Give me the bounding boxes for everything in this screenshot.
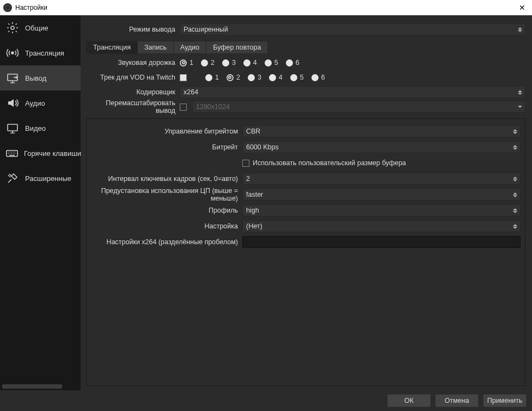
vod-track-label: Трек для VOD на Twitch [86,74,180,81]
sidebar-item-label: Аудио [25,99,45,107]
custom-buffer-checkbox[interactable] [242,160,249,167]
sidebar-item-label: Общие [25,24,48,32]
sidebar-item-label: Трансляция [25,49,64,57]
keyint-label: Интервал ключевых кадров (сек, 0=авто) [91,175,242,183]
monitor-arrow-icon [5,71,20,85]
sidebar-item-advanced[interactable]: Расширенные [0,166,81,191]
tab-audio[interactable]: Аудио [174,41,206,54]
sidebar-scrollbar[interactable] [0,383,81,390]
close-icon[interactable]: ✕ [516,3,529,12]
titlebar: Настройки ✕ [0,0,532,15]
window-title: Настройки [15,4,47,11]
tune-label: Настройка [91,222,242,230]
preset-label: Предустановка использования ЦП (выше = м… [91,187,242,202]
ok-button[interactable]: ОК [387,394,431,407]
audio-track-radio-3[interactable] [222,59,229,67]
profile-select[interactable]: high [242,204,521,216]
svg-point-0 [11,26,14,29]
output-tabs: Трансляция Запись Аудио Буфер повтора [86,41,525,54]
encoder-select[interactable]: x264 [180,86,525,98]
bitrate-label: Битрейт [91,143,242,151]
custom-buffer-label: Использовать пользовательский размер буф… [253,159,406,167]
rescale-label: Перемасштабировать вывод [86,99,180,114]
rate-control-label: Управление битрейтом [91,128,242,135]
encoder-label: Кодировщик [86,88,180,96]
gear-icon [5,21,20,35]
content: Режим вывода Расширенный Трансляция Запи… [81,15,532,390]
audio-track-radio-5[interactable] [265,59,272,67]
sidebar-item-output[interactable]: Вывод [0,65,81,90]
tab-streaming[interactable]: Трансляция [86,41,138,54]
audio-track-radio-6[interactable] [286,59,293,67]
output-mode-select[interactable]: Расширенный [180,23,525,35]
rate-control-select[interactable]: CBR [242,125,521,137]
sidebar-item-general[interactable]: Общие [0,15,81,40]
sidebar-item-label: Видео [25,124,46,132]
tab-recording[interactable]: Запись [138,41,174,54]
x264opts-input[interactable] [242,236,521,248]
speaker-icon [5,96,20,110]
apply-button[interactable]: Применить [483,394,527,407]
sidebar-item-video[interactable]: Видео [0,116,81,141]
output-mode-label: Режим вывода [86,26,180,33]
tune-select[interactable]: (Нет) [242,220,521,232]
dialog-footer: ОК Отмена Применить [0,390,532,411]
svg-point-1 [11,52,14,54]
keyint-spinner[interactable]: 2 [242,173,521,185]
vod-track-radio-2[interactable] [227,74,234,81]
obs-logo-icon [3,3,12,12]
sidebar-item-audio[interactable]: Аудио [0,90,81,116]
rescale-select[interactable]: 1280x1024 [192,101,525,113]
audio-track-radio-2[interactable] [201,59,208,67]
preset-select[interactable]: faster [242,189,521,201]
vod-track-radio-1[interactable] [205,74,212,81]
broadcast-icon [5,46,20,60]
bitrate-spinner[interactable]: 6000 Kbps [242,141,521,153]
vod-track-radio-4[interactable] [269,74,276,81]
audio-track-radio-4[interactable] [243,59,250,67]
vod-track-radio-6[interactable] [311,74,319,81]
sidebar-item-label: Вывод [25,74,46,82]
vod-track-radio-5[interactable] [290,74,297,81]
profile-label: Профиль [91,207,242,214]
audio-track-label: Звуковая дорожка [86,59,180,67]
encoder-settings-panel: Управление битрейтом CBR Битрейт 6000 Kb… [86,118,525,386]
sidebar: Общие Трансляция Вывод Аудио Видео Горяч… [0,15,81,390]
sidebar-item-hotkeys[interactable]: Горячие клавиши [0,141,81,166]
sidebar-item-stream[interactable]: Трансляция [0,40,81,65]
audio-track-radio-1[interactable] [180,59,187,67]
svg-rect-3 [8,124,17,131]
rescale-checkbox[interactable] [180,104,187,111]
sidebar-item-label: Расширенные [25,174,71,183]
x264opts-label: Настройки x264 (разделённые пробелом) [91,238,242,246]
keyboard-icon [5,146,19,160]
tab-replay-buffer[interactable]: Буфер повтора [206,41,268,54]
cancel-button[interactable]: Отмена [435,394,479,407]
sidebar-item-label: Горячие клавиши [24,149,81,158]
vod-track-radio-3[interactable] [248,74,255,81]
monitor-icon [5,121,20,135]
tools-icon [5,171,20,185]
vod-track-enable-checkbox[interactable] [180,74,187,81]
